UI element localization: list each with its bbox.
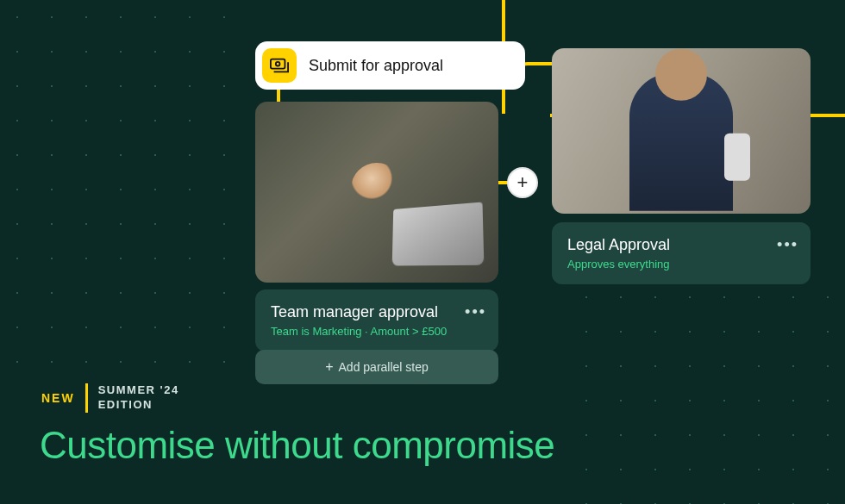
- card-title: Legal Approval: [567, 236, 795, 254]
- team-manager-photo: [255, 102, 498, 283]
- add-node-button[interactable]: +: [507, 167, 538, 198]
- plus-icon: +: [325, 359, 333, 375]
- card-subtitle: Approves everything: [567, 258, 795, 271]
- decorative-dots-left: [0, 0, 241, 370]
- legal-approver-photo: [552, 48, 811, 214]
- svg-rect-0: [271, 59, 285, 69]
- more-options-icon[interactable]: •••: [777, 236, 798, 254]
- svg-point-1: [276, 62, 280, 66]
- divider: [85, 383, 88, 413]
- card-title: Team manager approval: [271, 303, 483, 321]
- card-subtitle: Team is Marketing · Amount > £500: [271, 325, 483, 338]
- legal-approval-card[interactable]: Legal Approval Approves everything •••: [552, 222, 811, 284]
- edition-badge: NEW SUMMER '24EDITION: [41, 383, 179, 413]
- headline: Customise without compromise: [40, 424, 554, 467]
- add-parallel-step-button[interactable]: + Add parallel step: [255, 350, 498, 384]
- edition-text: SUMMER '24EDITION: [98, 383, 179, 413]
- money-icon: [262, 48, 297, 83]
- submit-for-approval-chip[interactable]: Submit for approval: [255, 41, 525, 90]
- decorative-dots-right: [569, 280, 845, 504]
- more-options-icon[interactable]: •••: [465, 303, 486, 321]
- submit-label: Submit for approval: [309, 57, 443, 75]
- add-step-label: Add parallel step: [339, 360, 429, 374]
- new-label: NEW: [41, 391, 75, 405]
- team-manager-approval-card[interactable]: Team manager approval Team is Marketing …: [255, 289, 498, 352]
